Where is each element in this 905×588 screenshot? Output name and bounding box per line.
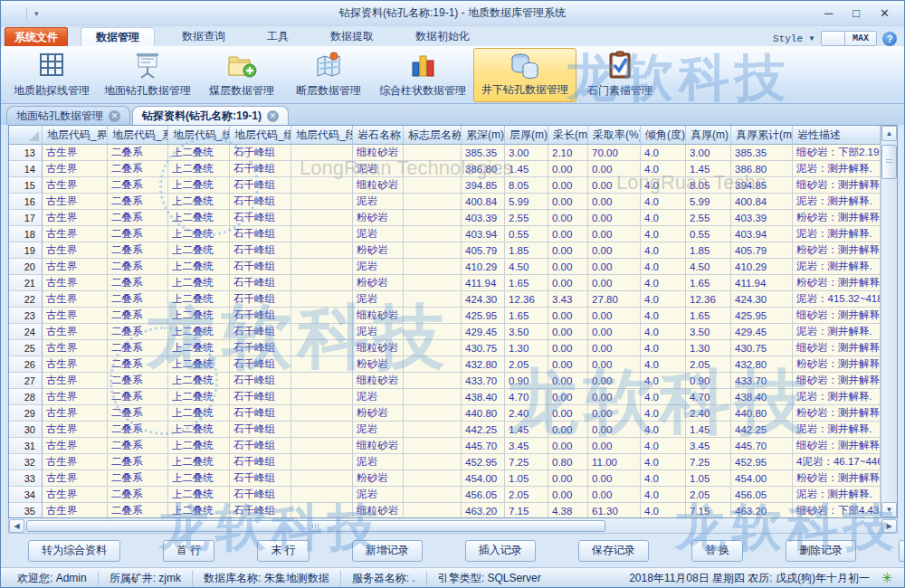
system-file-button[interactable]: 系统文件	[5, 27, 68, 46]
row-selector[interactable]: 34	[9, 487, 43, 503]
cell-layer-thickness[interactable]: 5.99	[505, 194, 548, 210]
ribbon-tab[interactable]: 数据管理	[81, 27, 155, 46]
maximize-button[interactable]: □	[853, 7, 860, 19]
row-selector[interactable]: 24	[9, 324, 43, 340]
footer-button[interactable]: 删除记录	[786, 540, 856, 562]
cell-true-thickness-total[interactable]: 411.94	[731, 275, 793, 291]
cell-stratum-jie[interactable]: 古生界	[43, 194, 108, 210]
style-dropdown-arrow-icon[interactable]: ▼	[808, 34, 815, 43]
cell-stratum-duan[interactable]	[291, 405, 353, 422]
cell-stratum-xi[interactable]: 二叠系	[108, 145, 168, 161]
cell-dip-angle[interactable]: 4.0	[641, 389, 686, 405]
cell-layer-thickness[interactable]: 2.05	[505, 487, 548, 503]
cell-stratum-duan[interactable]	[291, 340, 353, 356]
cell-lithology-description[interactable]: 4泥岩：46.17~446.	[793, 454, 881, 470]
cell-rock-name[interactable]: 泥岩	[353, 259, 404, 275]
cell-stratum-jie[interactable]: 古生界	[43, 340, 108, 356]
column-header[interactable]: 岩石名称	[353, 126, 404, 145]
cell-rock-name[interactable]: 粉砂岩	[353, 356, 404, 373]
cell-stratum-xi[interactable]: 二叠系	[108, 356, 168, 373]
cell-stratum-xi[interactable]: 二叠系	[108, 308, 168, 324]
scroll-up-icon[interactable]: ▲	[881, 126, 897, 141]
cell-lithology-description[interactable]: 粉砂岩：测井解释.	[793, 405, 881, 422]
cell-dip-angle[interactable]: 4.0	[641, 161, 686, 177]
cell-stratum-xi[interactable]: 二叠系	[108, 275, 168, 291]
ribbon-button[interactable]: 石门素描管理	[576, 48, 663, 102]
cell-stratum-tong[interactable]: 上二叠统	[168, 340, 230, 356]
cell-cumulative-depth[interactable]: 463.20	[462, 503, 505, 517]
cell-marker-layer[interactable]	[404, 324, 462, 340]
cell-recovery-rate[interactable]: 0.00	[588, 340, 641, 356]
footer-button[interactable]: 返 回	[899, 540, 905, 562]
cell-stratum-jie[interactable]: 古生界	[43, 487, 108, 503]
row-selector[interactable]: 28	[9, 389, 43, 405]
cell-layer-thickness[interactable]: 1.45	[505, 161, 548, 177]
cell-marker-layer[interactable]	[404, 308, 462, 324]
cell-stratum-tong[interactable]: 上二叠统	[168, 324, 230, 340]
cell-rock-name[interactable]: 泥岩	[353, 487, 404, 503]
column-header[interactable]: 累深(m)	[462, 126, 505, 145]
cell-recovery-rate[interactable]: 11.00	[588, 454, 641, 470]
column-header[interactable]: 真厚(m)	[686, 126, 731, 145]
cell-cumulative-depth[interactable]: 405.79	[462, 242, 505, 259]
cell-layer-thickness[interactable]: 1.65	[505, 275, 548, 291]
footer-button[interactable]: 转为综合资料	[28, 540, 120, 562]
cell-stratum-zu[interactable]: 石千峰组	[230, 340, 291, 356]
cell-rock-name[interactable]: 细粒砂岩	[353, 438, 404, 454]
ribbon-button[interactable]: 地面钻孔数据管理	[97, 48, 198, 102]
cell-true-thickness-total[interactable]: 403.94	[731, 226, 793, 242]
column-header[interactable]: 采取率(%)	[588, 126, 641, 145]
vertical-scroll-thumb[interactable]	[881, 145, 897, 179]
cell-stratum-xi[interactable]: 二叠系	[108, 194, 168, 210]
cell-stratum-jie[interactable]: 古生界	[43, 373, 108, 389]
cell-dip-angle[interactable]: 4.0	[641, 177, 686, 194]
cell-core-length[interactable]: 0.00	[548, 210, 588, 226]
cell-true-thickness-total[interactable]: 429.45	[731, 324, 793, 340]
cell-layer-thickness[interactable]: 3.00	[505, 145, 548, 161]
cell-stratum-xi[interactable]: 二叠系	[108, 487, 168, 503]
row-selector[interactable]: 21	[9, 275, 43, 291]
chevron-down-icon[interactable]: ▾	[34, 9, 39, 18]
cell-true-thickness[interactable]: 1.65	[686, 308, 731, 324]
cell-stratum-tong[interactable]: 上二叠统	[168, 145, 230, 161]
cell-lithology-description[interactable]: 细砂岩：测井解释.	[793, 177, 881, 194]
cell-lithology-description[interactable]: 泥岩：测井解释.	[793, 389, 881, 405]
cell-rock-name[interactable]: 细粒砂岩	[353, 503, 404, 517]
cell-stratum-xi[interactable]: 二叠系	[108, 405, 168, 422]
cell-core-length[interactable]: 0.00	[548, 226, 588, 242]
cell-core-length[interactable]: 0.00	[548, 324, 588, 340]
cell-stratum-duan[interactable]	[291, 226, 353, 242]
cell-core-length[interactable]: 0.80	[548, 454, 588, 470]
cell-true-thickness[interactable]: 2.40	[686, 405, 731, 422]
cell-rock-name[interactable]: 细粒砂岩	[353, 340, 404, 356]
cell-stratum-zu[interactable]: 石千峰组	[230, 275, 291, 291]
cell-core-length[interactable]: 0.00	[548, 194, 588, 210]
cell-true-thickness-total[interactable]: 456.05	[731, 487, 793, 503]
cell-stratum-tong[interactable]: 上二叠统	[168, 487, 230, 503]
cell-core-length[interactable]: 0.00	[548, 340, 588, 356]
cell-marker-layer[interactable]	[404, 226, 462, 242]
cell-core-length[interactable]: 0.00	[548, 373, 588, 389]
cell-stratum-tong[interactable]: 上二叠统	[168, 291, 230, 308]
cell-layer-thickness[interactable]: 0.90	[505, 373, 548, 389]
cell-stratum-tong[interactable]: 上二叠统	[168, 405, 230, 422]
cell-true-thickness[interactable]: 1.05	[686, 470, 731, 487]
cell-stratum-duan[interactable]	[291, 177, 353, 194]
help-icon[interactable]: ?	[882, 32, 897, 46]
cell-dip-angle[interactable]: 4.0	[641, 226, 686, 242]
cell-rock-name[interactable]: 细粒砂岩	[353, 145, 404, 161]
cell-stratum-tong[interactable]: 上二叠统	[168, 470, 230, 487]
cell-true-thickness[interactable]: 4.70	[686, 389, 731, 405]
cell-stratum-zu[interactable]: 石千峰组	[230, 161, 291, 177]
cell-marker-layer[interactable]	[404, 194, 462, 210]
cell-stratum-duan[interactable]	[291, 242, 353, 259]
cell-dip-angle[interactable]: 4.0	[641, 210, 686, 226]
cell-stratum-jie[interactable]: 古生界	[43, 470, 108, 487]
row-selector[interactable]: 17	[9, 210, 43, 226]
cell-stratum-tong[interactable]: 上二叠统	[168, 438, 230, 454]
cell-marker-layer[interactable]	[404, 454, 462, 470]
cell-stratum-jie[interactable]: 古生界	[43, 454, 108, 470]
row-selector[interactable]: 31	[9, 438, 43, 454]
cell-true-thickness[interactable]: 3.50	[686, 324, 731, 340]
cell-true-thickness[interactable]: 1.45	[686, 161, 731, 177]
